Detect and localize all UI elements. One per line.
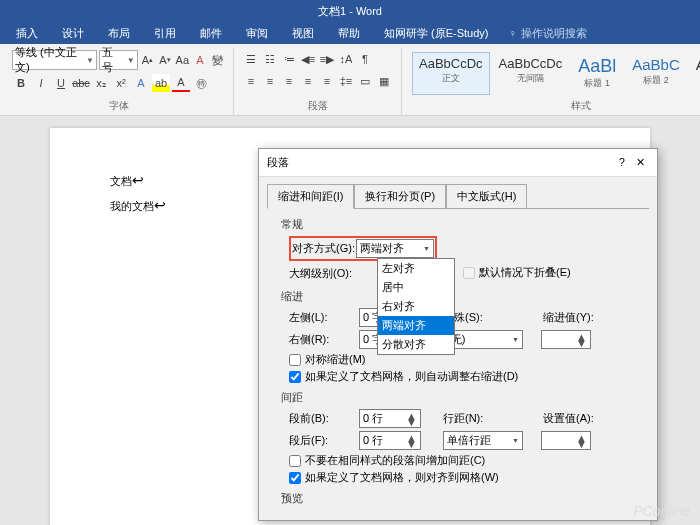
strike-button[interactable]: abc (72, 74, 90, 92)
align-center-button[interactable]: ≡ (261, 72, 279, 90)
clear-format-button[interactable]: A (192, 51, 207, 69)
before-spinner[interactable]: 0 行▲▼ (359, 409, 421, 428)
setval-label: 设置值(A): (543, 411, 607, 426)
tab-references[interactable]: 引用 (142, 23, 188, 44)
dialog-title: 段落 (267, 155, 289, 170)
align-option-right[interactable]: 右对齐 (378, 297, 454, 316)
style-heading2[interactable]: AaBbC标题 2 (625, 52, 687, 95)
indent-val-spinner[interactable]: ▲▼ (541, 330, 591, 349)
shrink-font-button[interactable]: A▾ (157, 51, 172, 69)
font-size-combo[interactable]: 五号▼ (99, 50, 138, 70)
enclose-button[interactable]: ㊕ (192, 74, 210, 92)
dlg-tab-indent[interactable]: 缩进和间距(I) (267, 184, 354, 209)
section-preview: 预览 (281, 491, 635, 506)
bullets-button[interactable]: ☰ (242, 50, 260, 68)
tab-layout[interactable]: 布局 (96, 23, 142, 44)
autoindent-check[interactable]: 如果定义了文档网格，则自动调整右缩进(D) (289, 369, 635, 384)
highlight-button[interactable]: ab (152, 74, 170, 92)
tab-insert[interactable]: 插入 (4, 23, 50, 44)
nosame-check[interactable]: 不要在相同样式的段落间增加间距(C) (289, 453, 635, 468)
align-option-distribute[interactable]: 分散对齐 (378, 335, 454, 354)
align-right-button[interactable]: ≡ (280, 72, 298, 90)
style-heading1[interactable]: AaBl标题 1 (571, 52, 623, 95)
tell-me-search[interactable]: ♀操作说明搜索 (509, 26, 587, 41)
style-nospacing[interactable]: AaBbCcDc无间隔 (492, 52, 570, 95)
tab-design[interactable]: 设计 (50, 23, 96, 44)
tab-cnki[interactable]: 知网研学 (原E-Study) (372, 23, 501, 44)
align-label: 对齐方式(G): (292, 241, 356, 256)
grow-font-button[interactable]: A▴ (140, 51, 155, 69)
align-option-center[interactable]: 居中 (378, 278, 454, 297)
indent-val-label: 缩进值(Y): (543, 310, 607, 325)
decrease-indent-button[interactable]: ◀≡ (299, 50, 317, 68)
tab-mailings[interactable]: 邮件 (188, 23, 234, 44)
line-spacing-button[interactable]: ‡≡ (337, 72, 355, 90)
borders-button[interactable]: ▦ (375, 72, 393, 90)
align-left-button[interactable]: ≡ (242, 72, 260, 90)
mirror-check[interactable]: 对称缩进(M) (289, 352, 635, 367)
align-option-justify[interactable]: 两端对齐 (378, 316, 454, 335)
group-styles: AaBbCcDc正文 AaBbCcDc无间隔 AaBl标题 1 AaBbC标题 … (402, 48, 700, 115)
phonetic-button[interactable]: 變 (210, 51, 225, 69)
collapse-check[interactable]: 默认情况下折叠(E) (463, 265, 571, 280)
ribbon: 等线 (中文正文)▼ 五号▼ A▴ A▾ Aa A 變 B I U abc x₂… (0, 44, 700, 116)
multilevel-button[interactable]: ≔ (280, 50, 298, 68)
dlg-tab-pagination[interactable]: 换行和分页(P) (354, 184, 446, 209)
after-label: 段后(F): (289, 433, 353, 448)
special-select[interactable]: (无)▼ (443, 330, 523, 349)
dlg-tab-asian[interactable]: 中文版式(H) (446, 184, 527, 209)
align-dropdown: 左对齐 居中 右对齐 两端对齐 分散对齐 (377, 258, 455, 355)
justify-button[interactable]: ≡ (299, 72, 317, 90)
superscript-button[interactable]: x² (112, 74, 130, 92)
section-spacing: 间距 (281, 390, 635, 405)
right-label: 右侧(R): (289, 332, 353, 347)
subscript-button[interactable]: x₂ (92, 74, 110, 92)
show-marks-button[interactable]: ¶ (356, 50, 374, 68)
bold-button[interactable]: B (12, 74, 30, 92)
underline-button[interactable]: U (52, 74, 70, 92)
line-label: 行距(N): (443, 411, 507, 426)
italic-button[interactable]: I (32, 74, 50, 92)
paragraph-dialog: 段落 ? ✕ 缩进和间距(I) 换行和分页(P) 中文版式(H) 常规 对齐方式… (258, 148, 658, 521)
left-label: 左侧(L): (289, 310, 353, 325)
tab-help[interactable]: 帮助 (326, 23, 372, 44)
group-font: 等线 (中文正文)▼ 五号▼ A▴ A▾ Aa A 變 B I U abc x₂… (4, 48, 234, 115)
line-select[interactable]: 单倍行距▼ (443, 431, 523, 450)
align-select[interactable]: 两端对齐▼ (356, 239, 434, 258)
numbering-button[interactable]: ☷ (261, 50, 279, 68)
lightbulb-icon: ♀ (509, 27, 517, 39)
outline-label: 大纲级别(O): (289, 266, 353, 281)
group-paragraph: ☰ ☷ ≔ ◀≡ ≡▶ ↕A ¶ ≡ ≡ ≡ ≡ ≡ ‡≡ ▭ ▦ 段落 (234, 48, 402, 115)
style-normal[interactable]: AaBbCcDc正文 (412, 52, 490, 95)
tab-view[interactable]: 视图 (280, 23, 326, 44)
before-label: 段前(B): (289, 411, 353, 426)
text-effects-button[interactable]: A (132, 74, 150, 92)
section-indent: 缩进 (281, 289, 635, 304)
align-option-left[interactable]: 左对齐 (378, 259, 454, 278)
help-button[interactable]: ? (615, 156, 629, 168)
setval-spinner[interactable]: ▲▼ (541, 431, 591, 450)
font-color-button[interactable]: A (172, 74, 190, 92)
section-general: 常规 (281, 217, 635, 232)
shading-button[interactable]: ▭ (356, 72, 374, 90)
style-title[interactable]: AaBbC标题 (689, 52, 700, 95)
increase-indent-button[interactable]: ≡▶ (318, 50, 336, 68)
tab-review[interactable]: 审阅 (234, 23, 280, 44)
font-name-combo[interactable]: 等线 (中文正文)▼ (12, 50, 97, 70)
sort-button[interactable]: ↕A (337, 50, 355, 68)
after-spinner[interactable]: 0 行▲▼ (359, 431, 421, 450)
ribbon-tabs: 插入 设计 布局 引用 邮件 审阅 视图 帮助 知网研学 (原E-Study) … (0, 22, 700, 44)
distribute-button[interactable]: ≡ (318, 72, 336, 90)
close-button[interactable]: ✕ (632, 156, 649, 168)
title-bar: 文档1 - Word (0, 0, 700, 22)
snapgrid-check[interactable]: 如果定义了文档网格，则对齐到网格(W) (289, 470, 635, 485)
change-case-button[interactable]: Aa (175, 51, 190, 69)
